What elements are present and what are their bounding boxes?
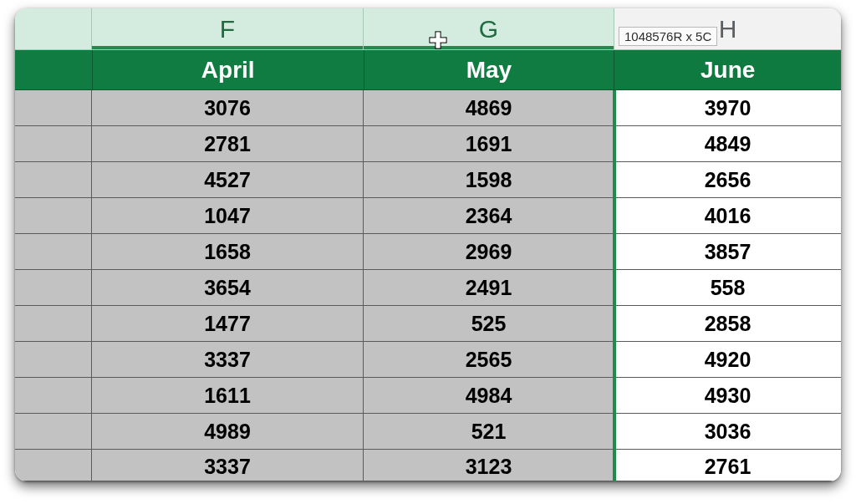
month-label: April <box>201 57 255 84</box>
svg-rect-3 <box>431 38 446 43</box>
row-stub[interactable] <box>15 90 92 126</box>
cell[interactable]: 1658 <box>92 234 364 270</box>
excel-cursor-icon <box>429 31 447 49</box>
cell[interactable]: 3654 <box>92 270 364 306</box>
cell[interactable]: 3337 <box>92 450 364 481</box>
cell[interactable]: 2656 <box>614 162 841 198</box>
table-row[interactable]: 3076 4869 3970 <box>15 90 841 126</box>
cell[interactable]: 4527 <box>92 162 364 198</box>
table-row[interactable]: 1611 4984 4930 <box>15 378 841 414</box>
month-stub <box>15 50 93 90</box>
cell[interactable]: 2761 <box>614 450 841 481</box>
table-row[interactable]: 1658 2969 3857 <box>15 234 841 270</box>
column-letter: H <box>719 15 737 43</box>
table-row[interactable]: 2781 1691 4849 <box>15 126 841 162</box>
cell[interactable]: 3123 <box>364 450 614 481</box>
row-stub[interactable] <box>15 126 92 162</box>
column-header-g[interactable]: G <box>364 8 614 50</box>
table-row[interactable]: 3337 3123 2761 <box>15 450 841 481</box>
row-stub[interactable] <box>15 378 92 414</box>
cell[interactable]: 2969 <box>364 234 614 270</box>
cell[interactable]: 1047 <box>92 198 364 234</box>
cell[interactable]: 3337 <box>92 342 364 378</box>
table-row[interactable]: 1047 2364 4016 <box>15 198 841 234</box>
table-row[interactable]: 3337 2565 4920 <box>15 342 841 378</box>
cell[interactable]: 2491 <box>364 270 614 306</box>
selection-top-border <box>92 46 363 49</box>
row-stub[interactable] <box>15 162 92 198</box>
row-stub[interactable] <box>15 198 92 234</box>
cell[interactable]: 3857 <box>614 234 841 270</box>
row-stub[interactable] <box>15 270 92 306</box>
month-label: May <box>466 57 512 84</box>
cell[interactable]: 2781 <box>92 126 364 162</box>
cell[interactable]: 2858 <box>614 306 841 342</box>
cell[interactable]: 1477 <box>92 306 364 342</box>
row-stub[interactable] <box>15 306 92 342</box>
month-label: June <box>701 57 755 84</box>
row-stub[interactable] <box>15 414 92 450</box>
table-row[interactable]: 1477 525 2858 <box>15 306 841 342</box>
cell[interactable]: 3970 <box>614 90 841 126</box>
column-letter: G <box>479 15 498 43</box>
row-stub[interactable] <box>15 342 92 378</box>
spreadsheet-viewport: F G H April May June 3076 4869 3970 <box>15 8 841 481</box>
cell[interactable]: 4984 <box>364 378 614 414</box>
cell[interactable]: 1691 <box>364 126 614 162</box>
cell[interactable]: 1611 <box>92 378 364 414</box>
cell[interactable]: 3036 <box>614 414 841 450</box>
selection-right-border <box>613 90 616 481</box>
cell[interactable]: 4016 <box>614 198 841 234</box>
column-letter: F <box>220 15 235 43</box>
column-header-f[interactable]: F <box>92 8 364 50</box>
table-row[interactable]: 4527 1598 2656 <box>15 162 841 198</box>
cell[interactable]: 1598 <box>364 162 614 198</box>
selection-top-border <box>364 46 614 49</box>
cell[interactable]: 525 <box>364 306 614 342</box>
cell[interactable]: 521 <box>364 414 614 450</box>
month-header-april[interactable]: April <box>93 50 364 90</box>
cell[interactable]: 4989 <box>92 414 364 450</box>
cell[interactable]: 4869 <box>364 90 614 126</box>
selection-size-tooltip: 1048576R x 5C <box>619 27 717 46</box>
month-header-june[interactable]: June <box>614 50 841 90</box>
table-row[interactable]: 4989 521 3036 <box>15 414 841 450</box>
cell[interactable]: 2565 <box>364 342 614 378</box>
table-row[interactable]: 3654 2491 558 <box>15 270 841 306</box>
cell[interactable]: 3076 <box>92 90 364 126</box>
cell[interactable]: 4920 <box>614 342 841 378</box>
data-grid[interactable]: 3076 4869 3970 2781 1691 4849 4527 1598 … <box>15 90 841 481</box>
header-stub[interactable] <box>15 8 92 50</box>
row-stub[interactable] <box>15 234 92 270</box>
month-header-may[interactable]: May <box>364 50 615 90</box>
cell[interactable]: 2364 <box>364 198 614 234</box>
month-header-row: April May June <box>15 50 841 90</box>
cell[interactable]: 558 <box>614 270 841 306</box>
row-stub[interactable] <box>15 450 92 481</box>
cell[interactable]: 4849 <box>614 126 841 162</box>
cell[interactable]: 4930 <box>614 378 841 414</box>
